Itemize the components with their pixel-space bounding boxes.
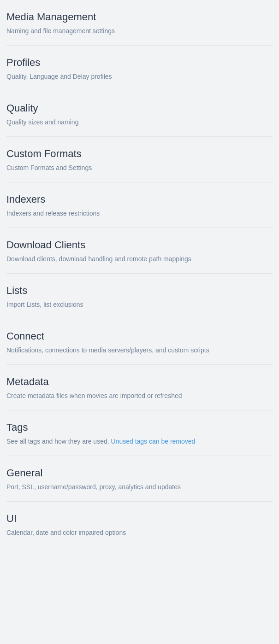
settings-item-description-indexers: Indexers and release restrictions xyxy=(6,209,273,218)
settings-item-title-profiles: Profiles xyxy=(6,57,273,69)
settings-item-metadata[interactable]: MetadataCreate metadata files when movie… xyxy=(6,365,273,410)
settings-item-title-download-clients: Download Clients xyxy=(6,239,273,251)
settings-item-title-custom-formats: Custom Formats xyxy=(6,148,273,160)
settings-item-description-lists: Import Lists, list exclusions xyxy=(6,300,273,310)
settings-item-description-ui: Calendar, date and color impaired option… xyxy=(6,528,273,538)
settings-item-title-general: General xyxy=(6,467,273,479)
settings-item-title-media-management: Media Management xyxy=(6,11,273,23)
settings-item-description-metadata: Create metadata files when movies are im… xyxy=(6,392,273,401)
settings-item-media-management[interactable]: Media ManagementNaming and file manageme… xyxy=(6,0,273,46)
settings-item-indexers[interactable]: IndexersIndexers and release restriction… xyxy=(6,182,273,228)
settings-item-tags[interactable]: TagsSee all tags and how they are used. … xyxy=(6,410,273,456)
settings-item-description-download-clients: Download clients, download handling and … xyxy=(6,255,273,264)
settings-item-description-tags: See all tags and how they are used. Unus… xyxy=(6,437,273,446)
settings-item-download-clients[interactable]: Download ClientsDownload clients, downlo… xyxy=(6,228,273,274)
settings-item-title-tags: Tags xyxy=(6,422,273,433)
settings-item-description-profiles: Quality, Language and Delay profiles xyxy=(6,72,273,82)
settings-item-profiles[interactable]: ProfilesQuality, Language and Delay prof… xyxy=(6,46,273,91)
settings-item-lists[interactable]: ListsImport Lists, list exclusions xyxy=(6,274,273,319)
settings-item-description-general: Port, SSL, username/password, proxy, ana… xyxy=(6,483,273,492)
settings-item-description-custom-formats: Custom Formats and Settings xyxy=(6,164,273,173)
settings-item-ui[interactable]: UICalendar, date and color impaired opti… xyxy=(6,502,273,547)
settings-list: Media ManagementNaming and file manageme… xyxy=(0,0,279,547)
settings-item-title-connect: Connect xyxy=(6,330,273,342)
settings-item-title-lists: Lists xyxy=(6,285,273,297)
settings-item-title-indexers: Indexers xyxy=(6,193,273,205)
settings-item-connect[interactable]: ConnectNotifications, connections to med… xyxy=(6,319,273,365)
settings-item-custom-formats[interactable]: Custom FormatsCustom Formats and Setting… xyxy=(6,137,273,182)
settings-item-quality[interactable]: QualityQuality sizes and naming xyxy=(6,91,273,137)
settings-item-title-metadata: Metadata xyxy=(6,376,273,388)
settings-item-title-ui: UI xyxy=(6,513,273,525)
settings-item-description-media-management: Naming and file management settings xyxy=(6,27,273,36)
settings-item-title-quality: Quality xyxy=(6,102,273,114)
settings-item-general[interactable]: GeneralPort, SSL, username/password, pro… xyxy=(6,456,273,502)
settings-item-link-tags[interactable]: Unused tags can be removed xyxy=(111,438,195,445)
settings-item-description-connect: Notifications, connections to media serv… xyxy=(6,346,273,355)
settings-item-description-quality: Quality sizes and naming xyxy=(6,118,273,127)
